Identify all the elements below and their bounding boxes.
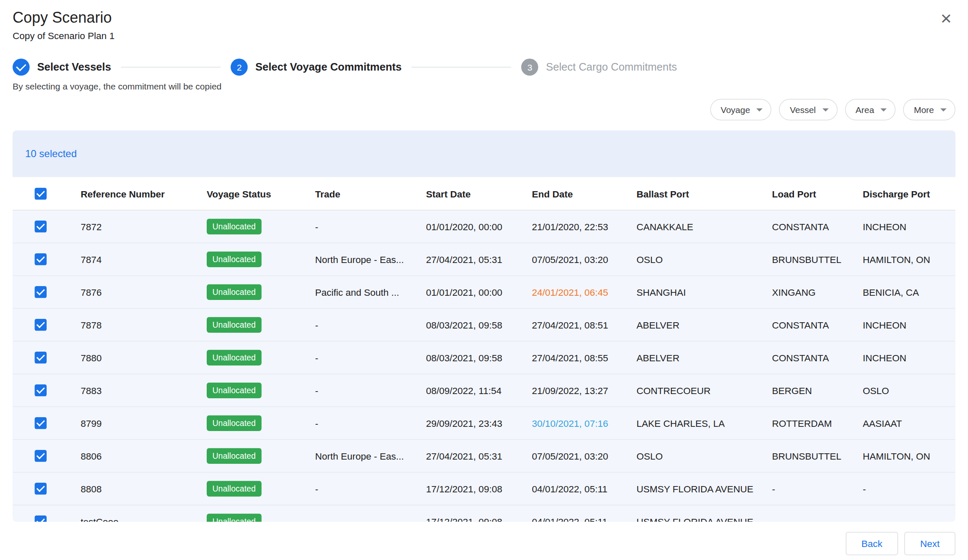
step-label-select-vessels: Select Vessels [37, 61, 111, 74]
column-header-ballast-port: Ballast Port [624, 188, 760, 199]
cell-discharge-port: INCHEON [850, 221, 956, 232]
column-header-voyage-status: Voyage Status [194, 188, 302, 199]
cell-ballast-port: LAKE CHARLES, LA [624, 418, 760, 429]
table-row[interactable]: testCooo Unallocated - 17/12/2021, 09:08… [13, 505, 955, 522]
status-badge: Unallocated [207, 350, 261, 366]
cell-ballast-port: SHANGHAI [624, 287, 760, 298]
filter-area-button[interactable]: Area [845, 99, 896, 121]
row-checkbox[interactable] [34, 417, 47, 429]
cell-trade: - [302, 484, 413, 494]
step-select-voyage-commitments[interactable]: 2 Select Voyage Commitments [231, 59, 402, 76]
cell-ballast-port: CONTRECOEUR [624, 385, 760, 396]
cell-ballast-port: ABELVER [624, 352, 760, 363]
modal-subtitle: Copy of Scenario Plan 1 [13, 30, 955, 41]
row-checkbox[interactable] [34, 515, 47, 522]
table-row[interactable]: 7872 Unallocated - 01/01/2020, 00:00 21/… [13, 210, 955, 243]
cell-load-port: - [760, 516, 850, 522]
cell-end-date: 27/04/2021, 08:55 [519, 352, 624, 363]
table-body: 7872 Unallocated - 01/01/2020, 00:00 21/… [13, 210, 955, 522]
step-completed-circle [13, 59, 30, 76]
cell-start-date: 08/03/2021, 09:58 [413, 320, 519, 331]
filter-more-label: More [914, 105, 934, 115]
table-row[interactable]: 8806 Unallocated North Europe - Eas... 2… [13, 440, 955, 473]
close-button[interactable]: × [938, 6, 954, 30]
row-checkbox[interactable] [34, 450, 47, 462]
step-select-vessels[interactable]: Select Vessels [13, 59, 111, 76]
row-checkbox[interactable] [34, 221, 47, 233]
table-row[interactable]: 7883 Unallocated - 08/09/2022, 11:54 21/… [13, 374, 955, 407]
cell-load-port: CONSTANTA [760, 320, 850, 331]
row-checkbox[interactable] [34, 483, 47, 495]
cell-trade: - [302, 221, 413, 232]
cell-reference-number: 7883 [68, 385, 194, 396]
cell-voyage-status: Unallocated [194, 448, 302, 464]
cell-discharge-port: INCHEON [850, 320, 956, 331]
cell-trade: - [302, 320, 413, 331]
cell-voyage-status: Unallocated [194, 481, 302, 497]
cell-load-port: XINGANG [760, 287, 850, 298]
cell-start-date: 01/01/2020, 00:00 [413, 221, 519, 232]
cell-end-date: 24/01/2021, 06:45 [519, 287, 624, 298]
table-row[interactable]: 7874 Unallocated North Europe - Eas... 2… [13, 243, 955, 276]
cell-reference-number: 8799 [68, 418, 194, 429]
table-row[interactable]: 7876 Unallocated Pacific and South ... 0… [13, 276, 955, 309]
cell-voyage-status: Unallocated [194, 415, 302, 431]
step-hint-text: By selecting a voyage, the commitment wi… [0, 82, 968, 92]
cell-load-port: BERGEN [760, 385, 850, 396]
filter-more-button[interactable]: More [903, 99, 955, 121]
filter-area-label: Area [855, 105, 874, 115]
cell-ballast-port: OSLO [624, 451, 760, 462]
cell-load-port: BRUNSBUTTEL [760, 451, 850, 462]
cell-start-date: 17/12/2021, 09:08 [413, 484, 519, 494]
step-label-select-voyage-commitments: Select Voyage Commitments [255, 61, 402, 74]
filter-vessel-button[interactable]: Vessel [779, 99, 837, 121]
step-connector [121, 67, 221, 68]
cell-voyage-status: Unallocated [194, 284, 302, 300]
filter-voyage-button[interactable]: Voyage [710, 99, 772, 121]
selected-count: 10 selected [25, 148, 77, 160]
cell-voyage-status: Unallocated [194, 383, 302, 399]
chevron-down-icon [940, 108, 947, 111]
status-badge: Unallocated [207, 481, 261, 497]
cell-voyage-status: Unallocated [194, 514, 302, 522]
cell-discharge-port: AASIAAT [850, 418, 956, 429]
chevron-down-icon [756, 108, 763, 111]
column-header-start-date: Start Date [413, 188, 519, 199]
cell-end-date: 27/04/2021, 08:51 [519, 320, 624, 331]
cell-trade: - [302, 418, 413, 429]
column-header-discharge-port: Discharge Port [850, 188, 956, 199]
table-row[interactable]: 8799 Unallocated - 29/09/2021, 23:43 30/… [13, 407, 955, 440]
row-checkbox[interactable] [34, 286, 47, 298]
cell-trade: - [302, 516, 413, 522]
cell-start-date: 29/09/2021, 23:43 [413, 418, 519, 429]
voyage-table-panel: 10 selected Reference Number Voyage Stat… [13, 131, 955, 522]
table-row[interactable]: 7880 Unallocated - 08/03/2021, 09:58 27/… [13, 342, 955, 374]
cell-trade: Pacific and South ... [302, 287, 413, 298]
back-button[interactable]: Back [846, 532, 898, 555]
cell-trade: - [302, 385, 413, 396]
cell-end-date: 04/01/2022, 05:11 [519, 484, 624, 494]
table-row[interactable]: 7878 Unallocated - 08/03/2021, 09:58 27/… [13, 309, 955, 342]
filter-voyage-label: Voyage [721, 105, 750, 115]
column-header-load-port: Load Port [760, 188, 850, 199]
cell-end-date: 04/01/2022, 05:11 [519, 516, 624, 522]
row-checkbox[interactable] [34, 319, 47, 331]
step-select-cargo-commitments[interactable]: 3 Select Cargo Commitments [521, 59, 677, 76]
cell-end-date: 21/09/2022, 13:27 [519, 385, 624, 396]
row-checkbox[interactable] [34, 253, 47, 266]
table-row[interactable]: 8808 Unallocated - 17/12/2021, 09:08 04/… [13, 473, 955, 505]
next-button[interactable]: Next [905, 532, 955, 555]
row-checkbox[interactable] [34, 352, 47, 364]
cell-voyage-status: Unallocated [194, 350, 302, 366]
cell-end-date: 30/10/2021, 07:16 [519, 418, 624, 429]
column-header-end-date: End Date [519, 188, 624, 199]
cell-start-date: 17/12/2021, 09:08 [413, 516, 519, 522]
check-icon [16, 61, 26, 71]
filter-vessel-label: Vessel [790, 105, 816, 115]
cell-trade: North Europe - Eas... [302, 451, 413, 462]
cell-discharge-port: INCHEON [850, 352, 956, 363]
cell-reference-number: 7874 [68, 254, 194, 265]
select-all-checkbox[interactable] [34, 187, 47, 200]
cell-start-date: 08/03/2021, 09:58 [413, 352, 519, 363]
row-checkbox[interactable] [34, 384, 47, 397]
